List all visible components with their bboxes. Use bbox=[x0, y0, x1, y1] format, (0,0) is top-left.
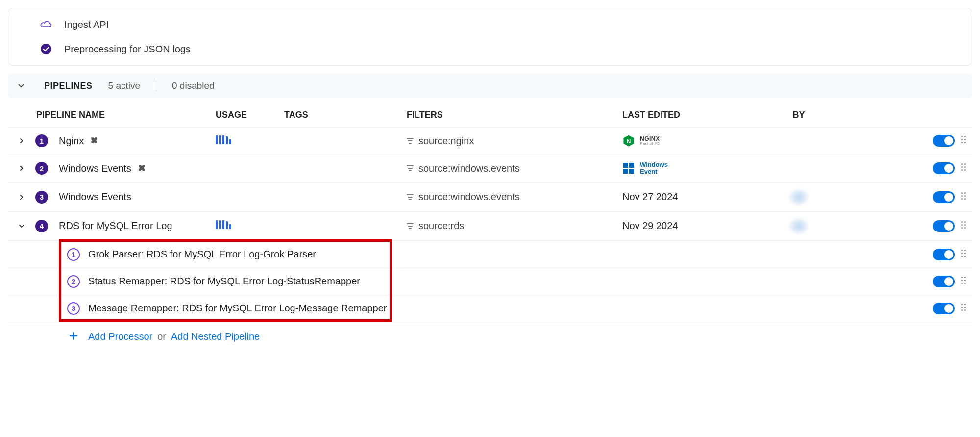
toggle-enabled[interactable] bbox=[933, 303, 955, 314]
editor-cell: NNGINXPart of F5 bbox=[622, 134, 760, 147]
pipeline-row[interactable]: 1 Nginx source:nginx NNGINXPart of F5 bbox=[8, 127, 972, 154]
nginx-logo: N bbox=[622, 134, 635, 147]
drag-handle[interactable] bbox=[961, 277, 966, 286]
drag-handle[interactable] bbox=[961, 304, 966, 313]
preproc-label: Preprocessing for JSON logs bbox=[64, 44, 191, 55]
filter-icon bbox=[407, 223, 414, 230]
filter-cell: source:windows.events bbox=[407, 163, 622, 174]
pipeline-name: Windows Events bbox=[59, 163, 216, 174]
plus-icon[interactable] bbox=[59, 330, 88, 344]
puzzle-icon bbox=[90, 136, 99, 146]
usage-bars bbox=[216, 220, 231, 229]
col-name: PIPELINE NAME bbox=[35, 110, 216, 120]
pipeline-name: RDS for MySQL Error Log bbox=[59, 220, 216, 231]
collapse-icon[interactable] bbox=[17, 81, 25, 90]
processor-number: 2 bbox=[67, 275, 80, 288]
processor-number: 1 bbox=[67, 248, 80, 261]
ingest-row: Ingest API bbox=[8, 12, 972, 37]
expand-toggle[interactable] bbox=[8, 193, 35, 201]
divider bbox=[156, 80, 156, 91]
row-number: 2 bbox=[35, 162, 48, 175]
drag-handle[interactable] bbox=[961, 136, 966, 146]
svg-rect-5 bbox=[623, 169, 628, 174]
editor-cell: WindowsEvent bbox=[622, 161, 760, 176]
toggle-enabled[interactable] bbox=[933, 135, 955, 147]
usage-cell bbox=[216, 220, 284, 231]
processor-row[interactable]: 2 Status Remapper: RDS for MySQL Error L… bbox=[8, 268, 972, 295]
sub-rows-container: 1 Grok Parser: RDS for MySQL Error Log-G… bbox=[8, 241, 972, 322]
row-number: 3 bbox=[35, 191, 48, 204]
filter-text: source:rds bbox=[418, 220, 464, 231]
filter-icon bbox=[407, 137, 414, 144]
processor-name: Message Remapper: RDS for MySQL Error Lo… bbox=[88, 303, 913, 314]
col-tags: TAGS bbox=[284, 110, 407, 120]
pipeline-row[interactable]: 4 RDS for MySQL Error Log source:rds Nov… bbox=[8, 211, 972, 241]
usage-cell bbox=[216, 135, 284, 147]
logo-text: NGINXPart of F5 bbox=[640, 136, 660, 146]
pipelines-table: PIPELINE NAME USAGE TAGS FILTERS LAST ED… bbox=[8, 103, 972, 352]
filter-text: source:windows.events bbox=[418, 191, 520, 203]
or-text: or bbox=[157, 331, 166, 342]
avatar bbox=[789, 219, 808, 233]
header-card: Ingest API Preprocessing for JSON logs bbox=[8, 8, 972, 66]
by-cell bbox=[760, 219, 838, 233]
drag-handle[interactable] bbox=[961, 221, 966, 231]
processor-name: Grok Parser: RDS for MySQL Error Log-Gro… bbox=[88, 249, 913, 260]
add-processor-link[interactable]: Add Processor bbox=[88, 331, 152, 342]
row-number: 1 bbox=[35, 134, 48, 147]
col-by: BY bbox=[760, 110, 838, 120]
processor-name: Status Remapper: RDS for MySQL Error Log… bbox=[88, 276, 913, 287]
svg-text:N: N bbox=[627, 138, 631, 144]
ingest-label: Ingest API bbox=[64, 19, 109, 30]
preproc-row: Preprocessing for JSON logs bbox=[8, 37, 972, 61]
filter-cell: source:windows.events bbox=[407, 191, 622, 203]
expand-toggle[interactable] bbox=[8, 137, 35, 145]
col-usage: USAGE bbox=[216, 110, 284, 120]
pipeline-row[interactable]: 2 Windows Events source:windows.events W… bbox=[8, 154, 972, 182]
expand-toggle[interactable] bbox=[8, 222, 35, 230]
add-nested-link[interactable]: Add Nested Pipeline bbox=[171, 331, 260, 342]
windows-logo bbox=[622, 162, 635, 175]
table-header: PIPELINE NAME USAGE TAGS FILTERS LAST ED… bbox=[8, 103, 972, 127]
drag-handle[interactable] bbox=[961, 192, 966, 202]
drag-handle[interactable] bbox=[961, 250, 966, 259]
toggle-enabled[interactable] bbox=[933, 249, 955, 260]
logo-text: WindowsEvent bbox=[640, 161, 668, 176]
col-filters: FILTERS bbox=[407, 110, 622, 120]
filter-cell: source:nginx bbox=[407, 135, 622, 147]
toggle-enabled[interactable] bbox=[933, 191, 955, 203]
active-count: 5 active bbox=[108, 80, 140, 91]
filter-icon bbox=[407, 194, 414, 201]
editor-cell: Nov 27 2024 bbox=[622, 191, 760, 203]
by-cell bbox=[760, 190, 838, 205]
drag-handle[interactable] bbox=[961, 163, 966, 173]
row-number: 4 bbox=[35, 220, 48, 232]
processor-row[interactable]: 3 Message Remapper: RDS for MySQL Error … bbox=[8, 295, 972, 322]
filter-text: source:windows.events bbox=[418, 163, 520, 174]
processor-number: 3 bbox=[67, 302, 80, 315]
check-circle-icon bbox=[40, 43, 52, 55]
editor-cell: Nov 29 2024 bbox=[622, 220, 760, 231]
processor-row[interactable]: 1 Grok Parser: RDS for MySQL Error Log-G… bbox=[8, 241, 972, 268]
last-edited-date: Nov 29 2024 bbox=[622, 220, 678, 231]
usage-bars bbox=[216, 135, 231, 144]
svg-rect-4 bbox=[629, 163, 634, 168]
filter-text: source:nginx bbox=[418, 135, 474, 147]
puzzle-icon bbox=[137, 163, 147, 173]
last-edited-date: Nov 27 2024 bbox=[622, 191, 678, 203]
filter-icon bbox=[407, 165, 414, 172]
disabled-count: 0 disabled bbox=[172, 80, 215, 91]
expand-toggle[interactable] bbox=[8, 164, 35, 172]
pipelines-bar: PIPELINES 5 active 0 disabled bbox=[8, 74, 972, 98]
avatar bbox=[789, 190, 808, 205]
cloud-icon bbox=[40, 18, 52, 31]
col-last-edited: LAST EDITED bbox=[622, 110, 760, 120]
svg-rect-3 bbox=[623, 163, 628, 168]
pipeline-name: Nginx bbox=[59, 135, 216, 147]
pipeline-name: Windows Events bbox=[59, 191, 216, 203]
pipeline-row[interactable]: 3 Windows Events source:windows.events N… bbox=[8, 182, 972, 211]
toggle-enabled[interactable] bbox=[933, 276, 955, 287]
toggle-enabled[interactable] bbox=[933, 220, 955, 232]
toggle-enabled[interactable] bbox=[933, 162, 955, 174]
filter-cell: source:rds bbox=[407, 220, 622, 231]
